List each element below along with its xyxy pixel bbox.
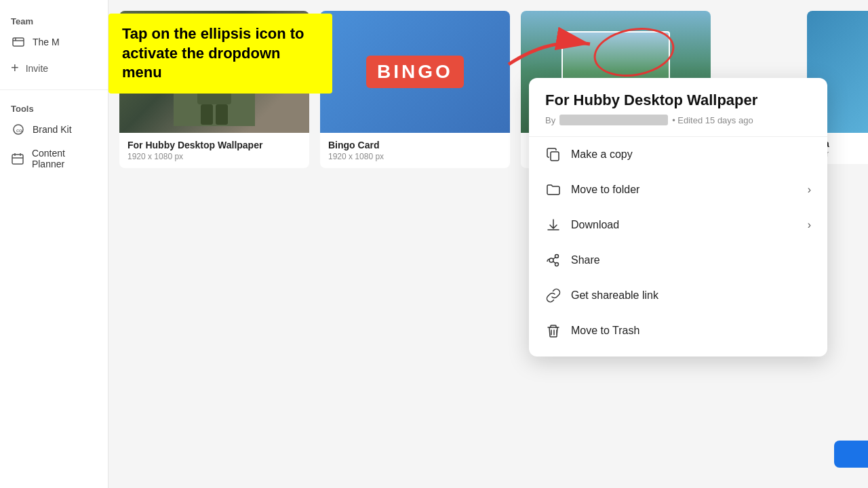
card-bingo-info: Bingo Card 1920 x 1080 px: [320, 133, 510, 168]
move-folder-chevron: ›: [808, 184, 811, 196]
move-folder-label: Move to folder: [571, 184, 639, 196]
team-section-label: Team: [0, 11, 108, 29]
bingo-label: BINGO: [366, 56, 464, 88]
dropdown-item-share[interactable]: Share: [529, 243, 827, 278]
download-chevron: ›: [808, 219, 811, 231]
link-icon: [545, 287, 561, 304]
trash-icon: [545, 323, 561, 339]
dropdown-item-move-trash[interactable]: Move to Trash: [529, 313, 827, 348]
content-planner-icon: [11, 151, 25, 166]
dropdown-title: For Hubby Desktop Wallpaper: [545, 92, 811, 109]
dropdown-item-make-copy[interactable]: Make a copy: [529, 137, 827, 172]
svg-point-22: [555, 255, 559, 258]
by-label: By: [545, 115, 555, 125]
card-bingo-title: Bingo Card: [328, 140, 502, 150]
get-link-label: Get shareable link: [571, 289, 658, 302]
dropdown-item-download[interactable]: Download ›: [529, 207, 827, 243]
move-trash-label: Move to Trash: [571, 325, 639, 337]
sidebar-item-team[interactable]: The M: [0, 29, 108, 55]
copy-icon: [545, 146, 561, 163]
svg-line-25: [553, 262, 556, 264]
card-bingo-subtitle: 1920 x 1080 px: [328, 152, 502, 161]
svg-rect-0: [13, 38, 24, 46]
download-label: Download: [571, 219, 619, 231]
make-copy-label: Make a copy: [571, 148, 633, 161]
brand-kit-icon: co.: [11, 122, 26, 137]
dropdown-item-get-link[interactable]: Get shareable link: [529, 278, 827, 313]
share-icon: [545, 252, 561, 268]
sidebar: Team The M + Invite Tools co. Brand Kit: [0, 0, 108, 488]
share-label: Share: [571, 254, 600, 266]
folder-icon: [545, 182, 561, 198]
card-soldier-title: For Hubby Desktop Wallpaper: [127, 140, 301, 150]
svg-rect-15: [216, 104, 228, 125]
sidebar-invite[interactable]: + Invite: [0, 55, 108, 81]
tooltip-text: Tap on the ellipsis icon to activate the…: [122, 24, 319, 83]
author-name-redacted: [559, 115, 668, 125]
svg-rect-14: [201, 104, 213, 125]
sidebar-divider: [0, 89, 108, 90]
card-bingo: BINGO Bingo Card 1920 x 1080 px: [320, 11, 510, 168]
svg-text:co.: co.: [16, 127, 24, 134]
svg-rect-20: [551, 152, 559, 161]
card-bingo-thumbnail: BINGO: [320, 11, 510, 133]
bottom-button-partial[interactable]: [834, 441, 868, 468]
brand-kit-label: Brand Kit: [33, 124, 72, 135]
dropdown-menu: For Hubby Desktop Wallpaper By • Edited …: [529, 78, 827, 357]
dropdown-header: For Hubby Desktop Wallpaper By • Edited …: [529, 92, 827, 137]
team-item-label: The M: [33, 37, 60, 47]
edited-label: • Edited 15 days ago: [672, 115, 753, 125]
team-icon: [11, 35, 26, 49]
sidebar-item-brand-kit[interactable]: co. Brand Kit: [0, 117, 108, 142]
svg-point-23: [555, 263, 559, 266]
card-soldier-subtitle: 1920 x 1080 px: [127, 152, 301, 161]
dropdown-meta: By • Edited 15 days ago: [545, 115, 811, 125]
svg-rect-5: [12, 155, 23, 164]
dropdown-item-move-folder[interactable]: Move to folder ›: [529, 172, 827, 207]
sidebar-item-content-planner[interactable]: Content Planner: [0, 142, 108, 175]
tools-section-label: Tools: [0, 98, 108, 117]
download-icon: [545, 217, 561, 233]
card-soldier-info: For Hubby Desktop Wallpaper 1920 x 1080 …: [119, 133, 309, 168]
content-planner-label: Content Planner: [32, 148, 97, 169]
svg-line-24: [553, 258, 556, 260]
tooltip-box: Tap on the ellipsis icon to activate the…: [108, 14, 332, 94]
invite-label: Invite: [26, 63, 48, 74]
